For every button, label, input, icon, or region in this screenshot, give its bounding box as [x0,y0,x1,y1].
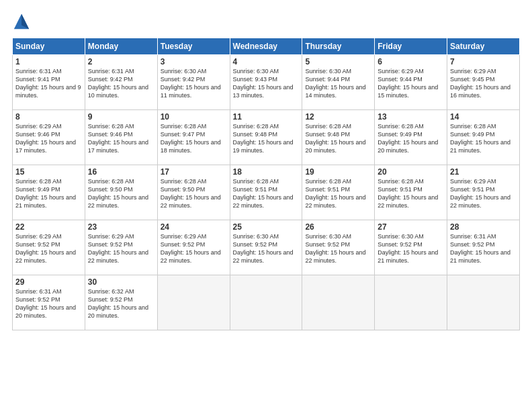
calendar-cell: 15Sunrise: 6:28 AMSunset: 9:49 PMDayligh… [13,165,85,220]
day-number: 6 [378,57,444,66]
calendar-cell [230,275,302,330]
col-header-monday: Monday [85,38,157,55]
day-number: 24 [161,222,227,232]
day-number: 20 [378,167,444,177]
calendar-cell: 14Sunrise: 6:28 AMSunset: 9:49 PMDayligh… [447,110,520,165]
cell-details: Sunrise: 6:29 AMSunset: 9:45 PMDaylight:… [450,67,517,100]
calendar-cell: 1Sunrise: 6:31 AMSunset: 9:41 PMDaylight… [13,55,85,110]
cell-details: Sunrise: 6:28 AMSunset: 9:47 PMDaylight:… [161,122,227,155]
day-number: 25 [233,222,300,232]
calendar-cell: 12Sunrise: 6:28 AMSunset: 9:48 PMDayligh… [302,110,375,165]
header-row: SundayMondayTuesdayWednesdayThursdayFrid… [13,38,520,55]
calendar-cell: 27Sunrise: 6:30 AMSunset: 9:52 PMDayligh… [375,220,447,275]
col-header-saturday: Saturday [447,38,520,55]
calendar-cell: 5Sunrise: 6:30 AMSunset: 9:44 PMDaylight… [302,55,375,110]
day-number: 16 [88,167,154,177]
calendar-cell: 16Sunrise: 6:28 AMSunset: 9:50 PMDayligh… [85,165,157,220]
calendar-cell [302,275,375,330]
calendar-cell: 29Sunrise: 6:31 AMSunset: 9:52 PMDayligh… [13,275,85,330]
day-number: 10 [161,112,227,122]
cell-details: Sunrise: 6:28 AMSunset: 9:50 PMDaylight:… [161,177,227,210]
week-row-4: 22Sunrise: 6:29 AMSunset: 9:52 PMDayligh… [13,220,520,275]
col-header-sunday: Sunday [13,38,85,55]
cell-details: Sunrise: 6:31 AMSunset: 9:52 PMDaylight:… [15,287,82,320]
cell-details: Sunrise: 6:29 AMSunset: 9:46 PMDaylight:… [15,122,82,155]
week-row-3: 15Sunrise: 6:28 AMSunset: 9:49 PMDayligh… [13,165,520,220]
cell-details: Sunrise: 6:28 AMSunset: 9:49 PMDaylight:… [378,122,444,155]
calendar-cell: 19Sunrise: 6:28 AMSunset: 9:51 PMDayligh… [302,165,375,220]
cell-details: Sunrise: 6:28 AMSunset: 9:51 PMDaylight:… [305,177,371,210]
day-number: 14 [450,112,517,122]
cell-details: Sunrise: 6:29 AMSunset: 9:44 PMDaylight:… [378,67,444,100]
cell-details: Sunrise: 6:28 AMSunset: 9:51 PMDaylight:… [233,177,300,210]
day-number: 5 [305,57,371,66]
day-number: 9 [88,112,154,122]
calendar-cell: 9Sunrise: 6:28 AMSunset: 9:46 PMDaylight… [85,110,157,165]
cell-details: Sunrise: 6:30 AMSunset: 9:44 PMDaylight:… [305,67,371,100]
day-number: 19 [305,167,371,177]
logo [12,12,32,31]
logo-icon [12,12,31,31]
day-number: 13 [378,112,444,122]
calendar-cell: 8Sunrise: 6:29 AMSunset: 9:46 PMDaylight… [13,110,85,165]
calendar-cell: 23Sunrise: 6:29 AMSunset: 9:52 PMDayligh… [85,220,157,275]
cell-details: Sunrise: 6:30 AMSunset: 9:52 PMDaylight:… [378,232,444,265]
day-number: 4 [233,57,300,66]
calendar-cell: 17Sunrise: 6:28 AMSunset: 9:50 PMDayligh… [157,165,230,220]
calendar-cell: 20Sunrise: 6:28 AMSunset: 9:51 PMDayligh… [375,165,447,220]
day-number: 3 [161,57,227,66]
day-number: 22 [15,222,82,232]
cell-details: Sunrise: 6:28 AMSunset: 9:51 PMDaylight:… [378,177,444,210]
day-number: 15 [15,167,82,177]
day-number: 27 [378,222,444,232]
header [12,12,520,31]
calendar-cell [157,275,230,330]
calendar-cell: 3Sunrise: 6:30 AMSunset: 9:42 PMDaylight… [157,55,230,110]
day-number: 8 [15,112,82,122]
calendar-cell: 30Sunrise: 6:32 AMSunset: 9:52 PMDayligh… [85,275,157,330]
week-row-2: 8Sunrise: 6:29 AMSunset: 9:46 PMDaylight… [13,110,520,165]
week-row-5: 29Sunrise: 6:31 AMSunset: 9:52 PMDayligh… [13,275,520,330]
calendar-cell: 21Sunrise: 6:29 AMSunset: 9:51 PMDayligh… [447,165,520,220]
calendar-cell: 18Sunrise: 6:28 AMSunset: 9:51 PMDayligh… [230,165,302,220]
cell-details: Sunrise: 6:30 AMSunset: 9:52 PMDaylight:… [233,232,300,265]
day-number: 29 [15,277,82,287]
cell-details: Sunrise: 6:31 AMSunset: 9:42 PMDaylight:… [88,67,154,100]
calendar-cell: 24Sunrise: 6:29 AMSunset: 9:52 PMDayligh… [157,220,230,275]
day-number: 17 [161,167,227,177]
col-header-friday: Friday [375,38,447,55]
cell-details: Sunrise: 6:30 AMSunset: 9:52 PMDaylight:… [305,232,371,265]
cell-details: Sunrise: 6:28 AMSunset: 9:50 PMDaylight:… [88,177,154,210]
calendar-cell: 13Sunrise: 6:28 AMSunset: 9:49 PMDayligh… [375,110,447,165]
day-number: 21 [450,167,517,177]
day-number: 11 [233,112,300,122]
day-number: 1 [15,57,82,66]
day-number: 26 [305,222,371,232]
day-number: 7 [450,57,517,66]
cell-details: Sunrise: 6:28 AMSunset: 9:49 PMDaylight:… [450,122,517,155]
cell-details: Sunrise: 6:28 AMSunset: 9:48 PMDaylight:… [305,122,371,155]
page: SundayMondayTuesdayWednesdayThursdayFrid… [0,0,532,411]
day-number: 30 [88,277,154,287]
day-number: 28 [450,222,517,232]
calendar-cell [375,275,447,330]
calendar-cell: 7Sunrise: 6:29 AMSunset: 9:45 PMDaylight… [447,55,520,110]
calendar-cell: 22Sunrise: 6:29 AMSunset: 9:52 PMDayligh… [13,220,85,275]
cell-details: Sunrise: 6:28 AMSunset: 9:49 PMDaylight:… [15,177,82,210]
cell-details: Sunrise: 6:29 AMSunset: 9:52 PMDaylight:… [15,232,82,265]
day-number: 2 [88,57,154,66]
day-number: 12 [305,112,371,122]
calendar-cell: 28Sunrise: 6:31 AMSunset: 9:52 PMDayligh… [447,220,520,275]
col-header-tuesday: Tuesday [157,38,230,55]
cell-details: Sunrise: 6:28 AMSunset: 9:46 PMDaylight:… [88,122,154,155]
cell-details: Sunrise: 6:31 AMSunset: 9:52 PMDaylight:… [450,232,517,265]
calendar-cell: 4Sunrise: 6:30 AMSunset: 9:43 PMDaylight… [230,55,302,110]
calendar-cell [447,275,520,330]
cell-details: Sunrise: 6:28 AMSunset: 9:48 PMDaylight:… [233,122,300,155]
calendar-cell: 26Sunrise: 6:30 AMSunset: 9:52 PMDayligh… [302,220,375,275]
cell-details: Sunrise: 6:29 AMSunset: 9:51 PMDaylight:… [450,177,517,210]
calendar-cell: 6Sunrise: 6:29 AMSunset: 9:44 PMDaylight… [375,55,447,110]
calendar-cell: 2Sunrise: 6:31 AMSunset: 9:42 PMDaylight… [85,55,157,110]
calendar-cell: 10Sunrise: 6:28 AMSunset: 9:47 PMDayligh… [157,110,230,165]
day-number: 23 [88,222,154,232]
